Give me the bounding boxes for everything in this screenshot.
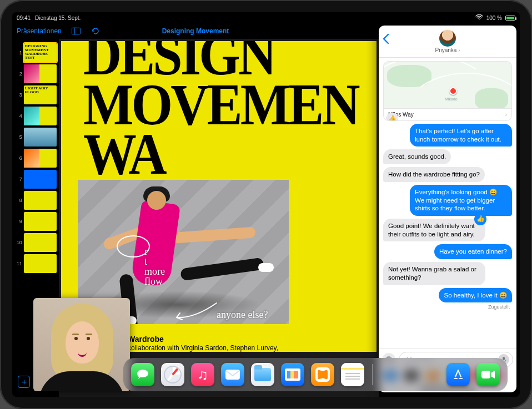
message-received[interactable]: Good point! We definitely want their out… [383, 219, 485, 241]
tapback-like-icon[interactable]: 👍 [474, 213, 486, 225]
shared-location-card[interactable]: Mikado Milos Way › 👍 [383, 61, 512, 121]
slide-preview [24, 254, 57, 273]
battery-percent: 100 % [486, 15, 502, 21]
message-received[interactable]: Great, sounds good. [383, 149, 451, 164]
messages-back-button[interactable] [382, 33, 390, 48]
slide-number: 5 [16, 134, 22, 140]
slide-preview [24, 170, 57, 189]
map-pin-icon [449, 87, 457, 95]
slide-number: 10 [16, 240, 22, 245]
slide-preview [24, 149, 57, 168]
messages-header: Priyanka [379, 26, 516, 58]
message-sent[interactable]: That's perfect! Let's go after lunch tom… [410, 124, 512, 147]
annotation-left: r t more flow [144, 246, 165, 286]
back-button[interactable]: Präsentationen [17, 27, 62, 35]
slide-thumb-10[interactable]: 10 [16, 233, 57, 252]
doc-title[interactable]: Designing Movement [162, 27, 229, 35]
delivered-label: Zugestellt [488, 304, 510, 310]
dock-app-books[interactable] [311, 363, 334, 386]
wifi-icon [475, 14, 483, 21]
slide-number: 11 [16, 261, 22, 266]
status-time: 09:41 [17, 15, 31, 21]
dock-app-mail[interactable] [221, 363, 244, 386]
sidebar-toggle-icon[interactable] [72, 27, 81, 36]
contact-avatar [439, 30, 456, 47]
svg-rect-6 [225, 370, 240, 380]
tapback-thumbsup-icon[interactable]: 👍 [386, 113, 398, 121]
dock-app-files[interactable] [251, 363, 274, 386]
message-sent[interactable]: Have you eaten dinner? [434, 244, 512, 259]
keynote-toolbar: Präsentationen Designing Movement [12, 23, 379, 39]
message-text: Good point! We definitely want their out… [388, 223, 475, 238]
slide-preview [24, 212, 57, 231]
ipad-bezel: 09:41 Dienstag 15. Sept. 100 % Präsentat… [0, 0, 532, 409]
chevron-right-icon: › [505, 112, 507, 118]
annotation-right: anyone else? [217, 310, 268, 320]
dock-app-keynote[interactable] [281, 363, 304, 386]
message-received[interactable]: Not yet! Wanna grab a salad or something… [383, 262, 485, 285]
dock[interactable]: ♫ [123, 358, 508, 391]
slide-preview [24, 191, 57, 210]
facetime-pip[interactable] [33, 298, 130, 391]
slide-thumb-3[interactable]: 3 LIGHT AIRY FLOOD [16, 85, 57, 104]
messages-thread[interactable]: Mikado Milos Way › 👍 That's perfect! Let… [379, 58, 516, 348]
status-date: Dienstag 15. Sept. [35, 15, 81, 21]
dock-app-music[interactable]: ♫ [191, 363, 214, 386]
slide-number: 1 [16, 50, 22, 55]
dock-separator [372, 364, 373, 385]
dock-app-safari[interactable] [161, 363, 184, 386]
messages-slideover[interactable]: Priyanka Mikado Milos Way › [379, 26, 516, 392]
message-received[interactable]: How did the wardrobe fitting go? [383, 167, 485, 182]
slide-thumb-5[interactable]: 5 [16, 128, 57, 147]
dock-app-notes[interactable] [341, 363, 364, 386]
ipad-screen: 09:41 Dienstag 15. Sept. 100 % Präsentat… [12, 12, 520, 397]
contact-button[interactable]: Priyanka [435, 30, 460, 53]
slide-number: 3 [16, 92, 22, 98]
undo-icon[interactable] [91, 27, 99, 36]
message-sent[interactable]: Everything's looking good 😄 We might nee… [410, 185, 512, 216]
slide-preview: LIGHT AIRY FLOOD [24, 85, 57, 104]
slide-thumb-11[interactable]: 11 [16, 254, 57, 273]
status-bar: 09:41 Dienstag 15. Sept. 100 % [12, 12, 520, 23]
contact-name: Priyanka [435, 47, 460, 53]
dock-app-messages[interactable] [131, 363, 154, 386]
battery-icon [505, 16, 515, 21]
svg-rect-0 [72, 28, 80, 34]
slide-number: 6 [16, 155, 22, 161]
add-slide-button[interactable]: ＋ [18, 376, 30, 388]
dock-recent-appstore[interactable] [446, 363, 470, 386]
slide-thumb-7[interactable]: 7 [16, 170, 57, 189]
slide-thumb-6[interactable]: 6 [16, 149, 57, 168]
slide-thumb-2[interactable]: 2 [16, 64, 57, 83]
slide-preview: DESIGNING MOVEMENT WARDROBE TEST [24, 43, 57, 62]
svg-rect-7 [481, 371, 490, 378]
slide-thumb-1[interactable]: 1 DESIGNING MOVEMENT WARDROBE TEST [16, 43, 57, 62]
slide-number: 8 [16, 198, 22, 203]
slide-subheading: Wardrobe [128, 335, 354, 343]
slide-subtext[interactable]: Wardrobe collaboration with Virginia Sar… [128, 335, 354, 352]
slide-thumb-8[interactable]: 8 [16, 191, 57, 210]
slide-preview [24, 107, 57, 125]
slide-number: 4 [16, 113, 22, 119]
annotation-arrow-icon [172, 300, 222, 322]
slide-thumb-4[interactable]: 4 [16, 107, 57, 125]
slide-preview [24, 233, 57, 252]
slide-credits: collaboration with Virginia Sardon, Step… [128, 344, 354, 352]
slide-number: 9 [16, 219, 22, 224]
slide-thumb-9[interactable]: 9 [16, 212, 57, 231]
slide-preview [24, 128, 57, 147]
message-sent[interactable]: So healthy, I love it 😄 [439, 288, 512, 303]
slide-number: 7 [16, 176, 22, 182]
dock-recent-facetime[interactable] [476, 363, 500, 386]
slide-preview [24, 64, 57, 83]
slide-number: 2 [16, 71, 22, 77]
